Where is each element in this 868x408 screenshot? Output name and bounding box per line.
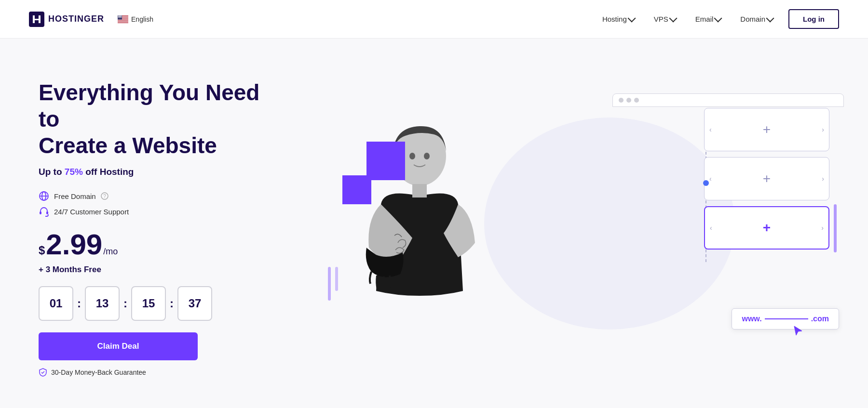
- language-selector[interactable]: English: [114, 13, 157, 25]
- nav-vps[interactable]: VPS: [646, 11, 684, 27]
- browser-mockup: [612, 93, 844, 107]
- domain-bar: www. .com: [732, 308, 839, 329]
- countdown-timer: 01 : 13 : 15 : 37: [39, 286, 280, 321]
- purple-block-large: [366, 142, 405, 180]
- svg-point-22: [120, 17, 121, 17]
- logo[interactable]: HOSTINGER: [29, 12, 104, 27]
- countdown-hours: 01: [39, 286, 73, 321]
- globe-icon: [39, 191, 49, 201]
- svg-point-16: [120, 16, 120, 16]
- chevron-down-icon: [669, 14, 677, 22]
- main-nav: Hosting VPS Email Domain Log in: [595, 9, 839, 29]
- feature-list: Free Domain ? 24/7 Customer Support: [39, 191, 280, 217]
- countdown-sep-1: :: [77, 297, 81, 310]
- countdown-minutes: 13: [85, 286, 120, 321]
- question-icon: ?: [101, 192, 108, 200]
- vert-bar-left-1: [328, 267, 331, 301]
- ui-panel-3-active: ‹ + ›: [704, 206, 829, 250]
- dot-2: [626, 98, 631, 103]
- illustration-bg: [484, 118, 735, 329]
- us-flag-icon: [118, 15, 128, 23]
- svg-point-33: [424, 153, 430, 159]
- feature-free-domain: Free Domain ?: [39, 191, 280, 201]
- svg-point-10: [119, 15, 119, 16]
- hero-headline: Everything You Need to Create a Website: [39, 79, 280, 159]
- nav-domain[interactable]: Domain: [732, 11, 781, 27]
- hostinger-logo-icon: [29, 12, 44, 27]
- svg-point-21: [120, 17, 120, 17]
- svg-point-11: [120, 15, 120, 16]
- shield-icon: [39, 368, 47, 377]
- chevron-down-icon: [714, 14, 722, 22]
- person-illustration: [338, 108, 502, 368]
- countdown-sep-3: :: [170, 297, 174, 310]
- claim-deal-button[interactable]: Claim Deal: [39, 332, 198, 360]
- panel-chevron-left-icon: ‹: [709, 126, 712, 133]
- cursor-icon: [793, 325, 803, 337]
- hero-subheadline: Up to 75% off Hosting: [39, 167, 280, 177]
- panel-chevron-right-icon: ›: [822, 175, 824, 183]
- header-left: HOSTINGER: [29, 12, 157, 27]
- svg-point-18: [121, 16, 122, 16]
- headset-icon: [39, 206, 49, 217]
- svg-rect-30: [46, 211, 48, 214]
- panel-chevron-left-icon: ‹: [710, 224, 712, 232]
- hero-illustration: ‹ + › ‹ + › ‹ + › www. .com: [280, 79, 839, 368]
- feature-support: 24/7 Customer Support: [39, 206, 280, 217]
- svg-point-13: [121, 15, 122, 16]
- svg-rect-29: [40, 211, 41, 214]
- panel-plus-icon: +: [763, 122, 771, 137]
- chevron-down-icon: [766, 14, 774, 22]
- svg-point-9: [118, 15, 119, 16]
- svg-point-23: [121, 17, 122, 17]
- panel-chevron-right-icon: ›: [822, 126, 824, 133]
- login-button[interactable]: Log in: [788, 9, 839, 29]
- language-label: English: [131, 15, 153, 23]
- svg-rect-6: [118, 21, 128, 21]
- header: HOSTINGER: [0, 0, 868, 39]
- domain-input-line: [765, 318, 808, 319]
- panel-chevron-left-icon: ‹: [709, 175, 712, 183]
- guarantee-badge: 30-Day Money-Back Guarantee: [39, 368, 280, 377]
- svg-point-17: [120, 16, 121, 16]
- main-content: Everything You Need to Create a Website …: [0, 39, 868, 408]
- dot-1: [619, 98, 624, 103]
- svg-point-19: [118, 17, 119, 17]
- price-block: $ 2.99 /mo: [39, 230, 280, 259]
- countdown-seconds: 15: [131, 286, 166, 321]
- panel-plus-icon: +: [763, 171, 771, 186]
- ui-panel-2: ‹ + ›: [704, 157, 829, 200]
- countdown-milliseconds: 37: [177, 286, 212, 321]
- svg-point-15: [119, 16, 119, 16]
- chevron-down-icon: [627, 14, 636, 22]
- svg-point-14: [118, 16, 119, 16]
- hero-left: Everything You Need to Create a Website …: [39, 70, 280, 377]
- nav-hosting[interactable]: Hosting: [595, 11, 642, 27]
- logo-text: HOSTINGER: [48, 14, 104, 24]
- svg-point-32: [409, 153, 415, 159]
- panel-chevron-right-icon: ›: [821, 224, 824, 232]
- svg-rect-5: [118, 19, 128, 20]
- svg-point-12: [120, 15, 121, 16]
- ui-panels: ‹ + › ‹ + › ‹ + ›: [704, 108, 829, 250]
- vert-bar-right: [834, 204, 837, 252]
- svg-rect-34: [412, 184, 427, 197]
- countdown-sep-2: :: [123, 297, 127, 310]
- purple-block-small: [342, 175, 371, 204]
- nav-email[interactable]: Email: [688, 11, 729, 27]
- svg-point-20: [119, 17, 119, 17]
- hero-person: [338, 108, 502, 368]
- svg-rect-7: [118, 22, 128, 22]
- ui-panel-1: ‹ + ›: [704, 108, 829, 151]
- months-free-label: + 3 Months Free: [39, 265, 280, 275]
- blue-dot: [703, 180, 709, 186]
- dot-3: [634, 98, 639, 103]
- browser-bar: [612, 93, 844, 107]
- svg-text:?: ?: [103, 194, 106, 199]
- panel-plus-active-icon: +: [763, 220, 771, 236]
